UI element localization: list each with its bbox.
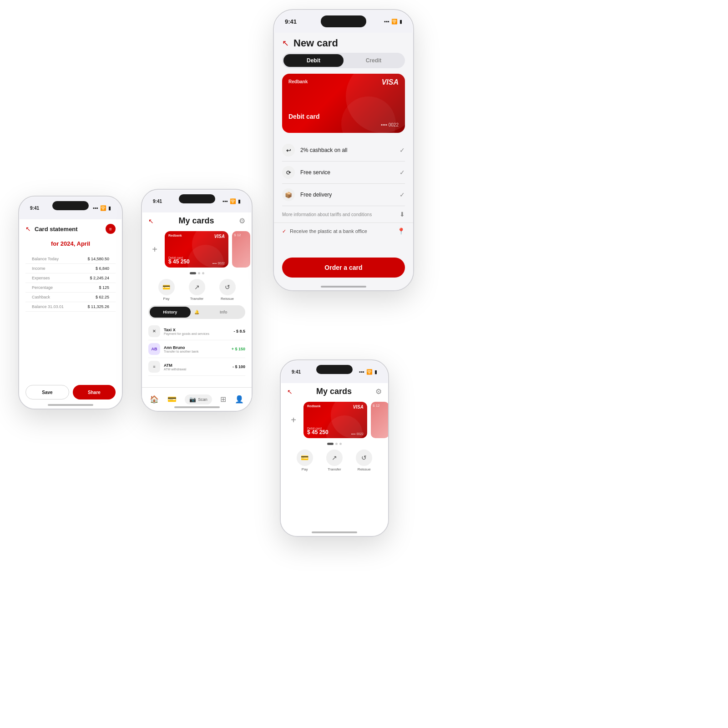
mycards-header: ↖ My cards ⚙ [142, 212, 252, 228]
reissue-label-2: Reissue [358, 467, 371, 471]
save-button[interactable]: Save [25, 385, 69, 399]
statement-title: Card statement [35, 226, 102, 233]
battery-icon: ▮ [108, 205, 111, 211]
wifi-icon-3: 🛜 [391, 19, 398, 25]
back-arrow-3[interactable]: ↖ [282, 38, 289, 48]
nav-profile[interactable]: 👤 [235, 395, 244, 404]
back-arrow-2[interactable]: ↖ [148, 217, 154, 225]
service-text: Free service [300, 169, 394, 176]
card-number: •••• 0022 [212, 262, 225, 265]
back-arrow-icon[interactable]: ↖ [25, 225, 31, 233]
battery-icon-2: ▮ [238, 198, 241, 204]
big-card: Redbank VISA Debit card •••• 0022 [282, 74, 405, 133]
statement-row-1: Balance Today $ 14,580.50 [25, 254, 116, 264]
big-card-type: Debit card [288, 113, 319, 120]
mycards-screen: ↖ My cards ⚙ + Redbank VISA Debit card $… [142, 212, 252, 411]
statement-icon-glyph: ≡ [109, 227, 112, 232]
dynamic-island [52, 201, 89, 210]
row-label-2: Income [32, 266, 46, 271]
tab-history[interactable]: History [150, 307, 191, 318]
statement-footer: Save Share [19, 385, 122, 399]
mycards-title: My cards [154, 216, 239, 226]
download-icon[interactable]: ⬇ [399, 211, 405, 218]
transaction-1: ✕ Taxi X Payment for goods and services … [148, 323, 245, 340]
add-card-button-2[interactable]: + [287, 402, 300, 438]
status-time-2: 9:41 [153, 199, 162, 204]
dot-3 [202, 272, 204, 274]
add-plus-icon: + [152, 244, 157, 255]
card-visa-2: VISA [353, 404, 364, 410]
gear-icon[interactable]: ⚙ [239, 217, 245, 225]
receive-check-icon: ✓ [282, 228, 286, 234]
cards-icon: 💳 [167, 395, 177, 404]
back-arrow-4[interactable]: ↖ [287, 388, 293, 395]
reissue-icon-2: ↺ [356, 450, 372, 466]
toggle-credit[interactable]: Credit [344, 54, 404, 67]
home-indicator [48, 404, 93, 406]
tab-notifications[interactable]: 🔔 [191, 307, 203, 318]
big-card-bank: Redbank [288, 79, 308, 84]
main-card-2[interactable]: Redbank VISA Debit card $ 45 250 •••• 00… [303, 402, 367, 438]
status-time: 9:41 [30, 206, 39, 211]
wifi-icon: 🛜 [100, 205, 106, 211]
home-indicator-4 [312, 531, 357, 533]
features-list: ↩ 2% cashback on all ✓ ⟳ Free service ✓ … [274, 139, 413, 206]
reissue-action[interactable]: ↺ Reissue [219, 279, 236, 301]
share-button[interactable]: Share [73, 385, 116, 399]
phone-statement: 9:41 ▪▪▪ 🛜 ▮ ↖ Card statement ≡ for 2024… [18, 196, 123, 410]
pay-icon: 💳 [158, 279, 175, 295]
nav-scan[interactable]: 📷 Scan [185, 394, 212, 404]
dot-2b [335, 443, 338, 445]
transfer-action[interactable]: ↗ Transfer [189, 279, 205, 301]
dynamic-island-3 [321, 15, 366, 27]
home-indicator-2 [174, 406, 220, 408]
pay-action[interactable]: 💳 Pay [158, 279, 175, 301]
statement-icon[interactable]: ≡ [106, 224, 116, 234]
feature-delivery: 📦 Free delivery ✓ [282, 184, 405, 206]
delivery-icon: 📦 [282, 188, 295, 201]
newcard-screen: ↖ New card Debit Credit Redbank VISA Deb… [274, 33, 413, 290]
dot-3b [339, 443, 342, 445]
phone-mycards-bottom: 9:41 ▪▪▪ 🛜 ▮ ↖ My cards ⚙ + Redbank VISA… [280, 359, 389, 537]
phone-newcard: 9:41 ▪▪▪ 🛜 ▮ ↖ New card Debit Credit Red… [273, 9, 414, 291]
statement-row-6: Balance 31.03.01 $ 11,325.26 [25, 302, 116, 312]
status-icons-2: ▪▪▪ 🛜 ▮ [222, 198, 241, 204]
card-type-toggle: Debit Credit [282, 53, 405, 68]
tab-info[interactable]: Info [203, 307, 244, 318]
card-balance-2: $ 45 250 [307, 429, 329, 435]
status-icons-3: ▪▪▪ 🛜 ▮ [384, 19, 402, 25]
status-icons-4: ▪▪▪ 🛜 ▮ [359, 369, 377, 375]
mycards2-title: My cards [293, 387, 375, 396]
main-card[interactable]: Redbank VISA Debit card $ 45 250 •••• 00… [165, 231, 228, 268]
nav-home[interactable]: 🏠 [150, 395, 159, 404]
nav-grid[interactable]: ⊞ [220, 395, 226, 404]
nav-cards[interactable]: 💳 [167, 395, 177, 404]
action-row: 💳 Pay ↗ Transfer ↺ Reissue [142, 276, 252, 303]
tx-avatar-3: ≡ [148, 361, 160, 373]
big-card-visa: VISA [382, 78, 399, 86]
card-peek-2: $ 12 [371, 402, 388, 438]
feature-service: ⟳ Free service ✓ [282, 162, 405, 184]
status-icons: ▪▪▪ 🛜 ▮ [93, 205, 111, 211]
delivery-text: Free delivery [300, 192, 394, 198]
dynamic-island-4 [316, 365, 353, 374]
reissue-action-2[interactable]: ↺ Reissue [356, 450, 372, 471]
transaction-list: ✕ Taxi X Payment for goods and services … [142, 321, 252, 378]
add-card-button[interactable]: + [148, 231, 161, 268]
reissue-icon: ↺ [219, 279, 236, 295]
statement-row-5: Cashback $ 62.25 [25, 293, 116, 302]
tx-name-3: ATM [164, 363, 229, 368]
row-value-1: $ 14,580.50 [87, 257, 109, 261]
tx-amount-3: - $ 100 [233, 364, 245, 369]
big-card-number: •••• 0022 [381, 122, 399, 127]
location-icon[interactable]: 📍 [397, 228, 405, 235]
card-bank-name-2: Redbank [307, 404, 321, 408]
transfer-action-2[interactable]: ↗ Transfer [326, 450, 343, 471]
pay-action-2[interactable]: 💳 Pay [297, 450, 313, 471]
order-card-button[interactable]: Order a card [282, 258, 405, 278]
gear-icon-2[interactable]: ⚙ [375, 387, 382, 396]
toggle-debit[interactable]: Debit [283, 54, 344, 67]
cashback-icon: ↩ [282, 144, 295, 157]
mycards2-screen: ↖ My cards ⚙ + Redbank VISA Debit card $… [281, 383, 388, 536]
newcard-header: ↖ New card [274, 33, 413, 53]
